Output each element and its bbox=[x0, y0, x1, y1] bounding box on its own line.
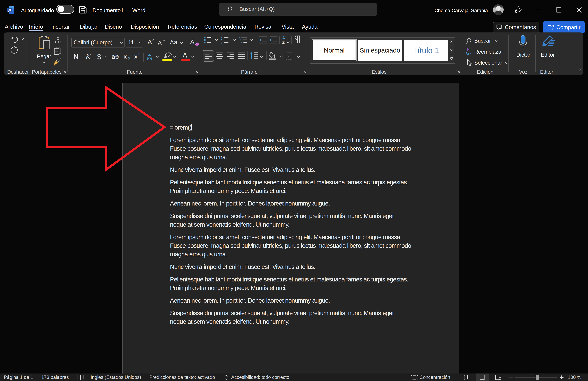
borders-chevron-icon[interactable] bbox=[297, 56, 300, 58]
bullets-icon[interactable] bbox=[204, 37, 211, 43]
status-language[interactable]: Inglés (Estados Unidos) bbox=[91, 374, 141, 381]
tab-disposicion[interactable]: Disposición bbox=[131, 21, 159, 32]
zoom-in-icon[interactable] bbox=[560, 375, 564, 379]
fuente-launcher-icon[interactable] bbox=[194, 69, 198, 73]
italic-button[interactable]: K bbox=[85, 52, 92, 62]
text-effects-chevron-icon[interactable] bbox=[155, 56, 159, 58]
pilcrow-button[interactable] bbox=[294, 35, 302, 44]
estilos-launcher-icon[interactable] bbox=[456, 69, 460, 73]
read-mode-icon[interactable] bbox=[462, 375, 468, 380]
highlight-button[interactable] bbox=[163, 52, 173, 62]
font-name-combo[interactable]: Calibri (Cuerpo) bbox=[71, 38, 125, 47]
editor-button[interactable]: Editor bbox=[538, 35, 557, 58]
paste-button[interactable]: Pegar bbox=[34, 35, 54, 65]
format-painter-icon[interactable] bbox=[54, 58, 62, 65]
share-button[interactable]: Compartir bbox=[543, 21, 585, 33]
font-color-button[interactable]: A bbox=[181, 52, 191, 62]
text-effects-button[interactable]: A bbox=[146, 52, 156, 62]
tab-dibujar[interactable]: Dibujar bbox=[80, 21, 97, 32]
highlight-chevron-icon[interactable] bbox=[173, 56, 177, 58]
minimize-button[interactable] bbox=[531, 0, 545, 20]
styles-more-button[interactable] bbox=[449, 54, 454, 63]
select-button[interactable]: Seleccionar bbox=[465, 59, 504, 68]
status-zoom[interactable]: 100 % bbox=[568, 374, 581, 381]
strikethrough-button[interactable]: ab bbox=[111, 52, 122, 62]
status-predictions[interactable]: Predicciones de texto: activado bbox=[149, 374, 215, 381]
multilevel-chevron-icon[interactable] bbox=[250, 39, 253, 41]
tab-ayuda[interactable]: Ayuda bbox=[302, 21, 317, 32]
bold-button[interactable]: N bbox=[73, 52, 81, 62]
tab-diseno[interactable]: Diseño bbox=[105, 21, 122, 32]
align-center-icon[interactable] bbox=[216, 52, 223, 59]
styles-scroll-up[interactable] bbox=[449, 38, 454, 46]
coming-soon-icon[interactable] bbox=[514, 6, 522, 14]
align-left-button[interactable] bbox=[203, 50, 214, 62]
tab-vista[interactable]: Vista bbox=[282, 21, 294, 32]
tab-archivo[interactable]: Archivo bbox=[5, 21, 23, 32]
dictate-button[interactable]: Dictar bbox=[514, 35, 533, 58]
copy-icon[interactable] bbox=[54, 47, 61, 55]
undo-icon[interactable] bbox=[11, 36, 18, 43]
maximize-button[interactable] bbox=[552, 0, 566, 20]
cut-icon[interactable] bbox=[55, 36, 61, 44]
bullets-chevron-icon[interactable] bbox=[215, 39, 218, 41]
sort-icon[interactable]: A Z bbox=[282, 36, 290, 44]
underline-chevron-icon[interactable] bbox=[103, 56, 107, 58]
shrink-font-button[interactable]: A bbox=[157, 39, 166, 47]
increase-indent-icon[interactable] bbox=[270, 37, 277, 43]
web-layout-icon[interactable] bbox=[495, 375, 501, 380]
align-right-icon[interactable] bbox=[227, 52, 234, 59]
redo-icon[interactable] bbox=[10, 46, 18, 54]
borders-icon[interactable] bbox=[285, 52, 293, 60]
status-accessibility[interactable]: Accesibilidad: todo correcto bbox=[231, 374, 289, 381]
tab-revisar[interactable]: Revisar bbox=[254, 21, 273, 32]
save-icon[interactable] bbox=[79, 6, 87, 14]
replace-button[interactable]: b c Reemplazar bbox=[465, 47, 502, 57]
status-page[interactable]: Página 1 de 1 bbox=[4, 374, 33, 381]
avatar[interactable] bbox=[493, 4, 504, 15]
clear-formatting-button[interactable]: A bbox=[190, 38, 202, 47]
justify-icon[interactable] bbox=[238, 52, 245, 59]
change-case-button[interactable]: Aa bbox=[170, 39, 187, 47]
autosave-toggle[interactable] bbox=[56, 5, 74, 14]
font-size-combo[interactable]: 11 bbox=[126, 38, 143, 47]
superscript-button[interactable]: x 2 bbox=[134, 52, 143, 62]
zoom-out-icon[interactable] bbox=[509, 377, 513, 378]
multilevel-list-icon[interactable]: 1ai bbox=[239, 36, 247, 44]
numbering-chevron-icon[interactable] bbox=[232, 39, 236, 41]
find-button[interactable]: Buscar bbox=[465, 37, 500, 46]
underline-button[interactable]: S bbox=[96, 52, 104, 62]
line-spacing-icon[interactable] bbox=[250, 52, 258, 59]
numbering-icon[interactable]: 123 bbox=[221, 36, 229, 44]
print-layout-tile[interactable] bbox=[476, 374, 489, 381]
proofing-book-icon[interactable] bbox=[77, 375, 84, 380]
shading-icon[interactable] bbox=[269, 52, 277, 60]
styles-scroll-down[interactable] bbox=[449, 46, 454, 54]
portapapeles-launcher-icon[interactable] bbox=[62, 69, 66, 73]
close-button[interactable] bbox=[572, 0, 586, 20]
comments-button[interactable]: Comentarios bbox=[493, 21, 539, 33]
status-focus[interactable]: Concentración bbox=[420, 374, 450, 381]
paste-label: Pegar bbox=[34, 53, 54, 59]
status-words[interactable]: 173 palabras bbox=[41, 374, 69, 381]
style-card-normal[interactable]: Normal bbox=[312, 39, 357, 61]
shading-chevron-icon[interactable] bbox=[279, 56, 283, 58]
collapse-ribbon-icon[interactable] bbox=[577, 68, 582, 71]
parrafo-launcher-icon[interactable] bbox=[303, 69, 307, 73]
tab-referencias[interactable]: Referencias bbox=[168, 21, 197, 32]
subscript-button[interactable]: x 2 bbox=[123, 52, 132, 62]
style-card-titulo1[interactable]: Título 1 bbox=[404, 40, 448, 61]
tab-insertar[interactable]: Insertar bbox=[51, 21, 70, 32]
undo-chevron-icon[interactable] bbox=[20, 38, 24, 40]
line-spacing-chevron-icon[interactable] bbox=[260, 56, 263, 58]
tab-correspondencia[interactable]: Correspondencia bbox=[204, 21, 246, 32]
grow-font-button[interactable]: A bbox=[147, 38, 156, 47]
document-page[interactable]: =lorem()Lorem ipsum dolor sit amet, cons… bbox=[123, 83, 459, 374]
search-box[interactable]: Buscar (Alt+Q) bbox=[219, 3, 377, 16]
font-color-chevron-icon[interactable] bbox=[191, 56, 195, 58]
user-name[interactable]: Chema Carvajal Sarabia bbox=[434, 0, 488, 21]
doc-line: Nunc viverra imperdiet enim. Fusce est. … bbox=[170, 262, 476, 271]
style-card-sin-espaciado[interactable]: Sin espaciado bbox=[358, 40, 402, 61]
decrease-indent-icon[interactable] bbox=[259, 37, 267, 43]
zoom-slider-handle[interactable] bbox=[536, 375, 539, 380]
